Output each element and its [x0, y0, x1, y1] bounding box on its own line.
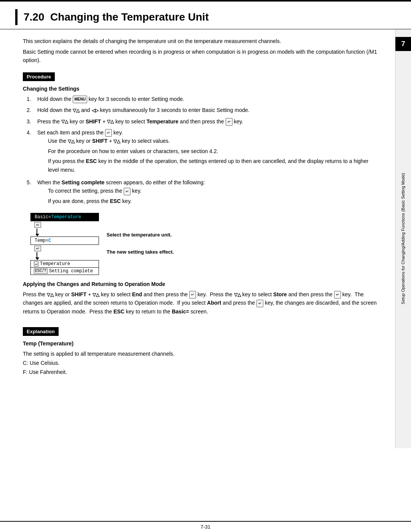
temp-explanation: Temp (Temperature) The setting is applie…: [23, 340, 380, 377]
diagram-bottom-row1: ↵ Temperature: [31, 260, 99, 267]
updown-key-apply1: ▽△: [47, 291, 54, 299]
updown-key-4a: ▽△: [68, 138, 75, 145]
changing-settings: Changing the Settings 1. Hold down the M…: [23, 86, 380, 207]
step-5-num: 5.: [27, 178, 34, 207]
chapter-title: 7.20 Changing the Temperature Unit: [24, 9, 209, 25]
step-3: 3. Press the ▽△ key or SHIFT + ▽△ key to…: [27, 117, 380, 126]
temp-line1: The setting is applied to all temperatur…: [23, 350, 380, 359]
temp-line2: C: Use Celsius.: [23, 359, 380, 368]
leftright-key: ◁▷: [92, 107, 99, 114]
sidebar-text: Setup Operations for Changing/Adding Fun…: [400, 173, 406, 304]
step-4-sub2: For the procedure on how to enter values…: [48, 147, 380, 155]
down-arrow-2: [35, 257, 39, 260]
diagram-arrow-section2: ↵: [34, 246, 99, 260]
esc-label: ESC/?: [34, 268, 48, 274]
step-3-content: Press the ▽△ key or SHIFT + ▽△ key to se…: [37, 117, 380, 126]
explanation-section: Explanation Temp (Temperature) The setti…: [23, 327, 380, 377]
step-4-sub1: Use the ▽△ key or SHIFT + ▽△ key to sele…: [48, 137, 380, 145]
intro-paragraph1: This section explains the details of cha…: [23, 37, 380, 45]
changing-settings-title: Changing the Settings: [23, 86, 380, 92]
procedure-section: Procedure Changing the Settings 1. Hold …: [23, 72, 380, 316]
bottom-bar: 7-31: [0, 521, 411, 532]
enter-icon-2: ↵: [34, 246, 41, 251]
intro-paragraph2: Basic Setting mode cannot be entered whe…: [23, 48, 380, 65]
diagram-bottom-box: ↵ Temperature ESC/? Setting complete: [30, 260, 99, 275]
enter-key-4: ↵: [105, 129, 112, 137]
diagram-labels: Select the temperature unit. The new set…: [107, 213, 174, 255]
temp-title: Temp (Temperature): [23, 340, 380, 347]
enter-icon-1: ↵: [34, 222, 41, 228]
enter-key-3: ↵: [226, 118, 233, 126]
diagram-container: Basic=Temperature ↵: [30, 213, 380, 275]
diagram-mid-box: Temp=C: [30, 236, 99, 245]
page-number: 7-31: [201, 524, 210, 530]
diagram-visual: Basic=Temperature ↵: [30, 213, 99, 275]
page-container: 7.20 Changing the Temperature Unit This …: [0, 0, 411, 532]
procedure-label: Procedure: [23, 72, 55, 81]
step-4: 4. Set each item and press the ↵ key. Us…: [27, 128, 380, 176]
chapter-number: 7.20: [24, 11, 45, 23]
step-3-num: 3.: [27, 117, 34, 126]
updown-key-4b: ▽△: [113, 138, 120, 145]
step-4-content: Set each item and press the ↵ key. Use t…: [37, 128, 380, 176]
step-4-num: 4.: [27, 128, 34, 176]
explanation-label: Explanation: [23, 327, 59, 336]
connector-line-1: [37, 228, 37, 234]
diagram-top-box: Basic=Temperature: [30, 213, 99, 221]
updown-key-3a: ▽△: [61, 118, 68, 125]
step-2-content: Hold down the ▽△ and ◁▷ keys simultaneou…: [37, 106, 380, 114]
step-2-num: 2.: [27, 106, 34, 114]
header-section: 7.20 Changing the Temperature Unit: [0, 2, 411, 29]
enter-key-apply1: ↵: [189, 291, 196, 299]
sidebar-number: 7: [395, 37, 411, 51]
step-5-sub2: If you are done, press the ESC key.: [48, 197, 380, 205]
right-sidebar: 7 Setup Operations for Changing/Adding F…: [395, 29, 411, 448]
step-1: 1. Hold down the MENU key for 3 seconds …: [27, 95, 380, 103]
enter-key-5a: ↵: [124, 188, 131, 195]
step-5-content: When the Setting complete screen appears…: [37, 178, 380, 207]
step-5: 5. When the Setting complete screen appe…: [27, 178, 380, 207]
updown-key-3b: ▽△: [107, 118, 114, 125]
applying-title: Applying the Changes and Returning to Op…: [23, 281, 380, 287]
temp-setting-list: The setting is applied to all temperatur…: [23, 350, 380, 377]
temp-line3: F: Use Fahrenheit.: [23, 368, 380, 377]
enter-icon-3: ↵: [34, 261, 38, 267]
menu-key: MENU: [73, 96, 87, 103]
applying-section: Applying the Changes and Returning to Op…: [23, 281, 380, 316]
diagram-bottom-row2: ESC/? Setting complete: [31, 267, 99, 275]
diagram-label1: Select the temperature unit.: [107, 232, 174, 238]
step-2: 2. Hold down the ▽△ and ◁▷ keys simultan…: [27, 106, 380, 114]
main-content: This section explains the details of cha…: [0, 29, 411, 448]
step-1-content: Hold down the MENU key for 3 seconds to …: [37, 95, 380, 103]
diagram-top-label: Basic=Temperature: [31, 213, 99, 221]
updown-key-apply3: ▽△: [234, 291, 241, 299]
connector-line-2: [37, 252, 37, 257]
left-accent-bar: [15, 9, 18, 25]
updown-key-2a: ▽△: [73, 107, 80, 114]
diagram-arrow-section: ↵: [34, 222, 99, 236]
step-4-sub3: If you press the ESC key in the middle o…: [48, 157, 380, 174]
updown-key-apply2: ▽△: [92, 291, 99, 299]
down-arrow-1: [35, 234, 39, 236]
applying-text: Press the ▽△ key or SHIFT + ▽△ key to se…: [23, 290, 380, 316]
step-1-num: 1.: [27, 95, 34, 103]
chapter-title-text: Changing the Temperature Unit: [50, 11, 209, 23]
diagram-label2: The new setting takes effect.: [107, 249, 174, 255]
enter-key-apply3: ↵: [256, 300, 263, 307]
step-5-sub1: To correct the setting, press the ↵ key.: [48, 187, 380, 195]
intro-text: This section explains the details of cha…: [23, 37, 380, 65]
content-body: This section explains the details of cha…: [0, 29, 395, 448]
enter-key-apply2: ↵: [334, 291, 341, 299]
